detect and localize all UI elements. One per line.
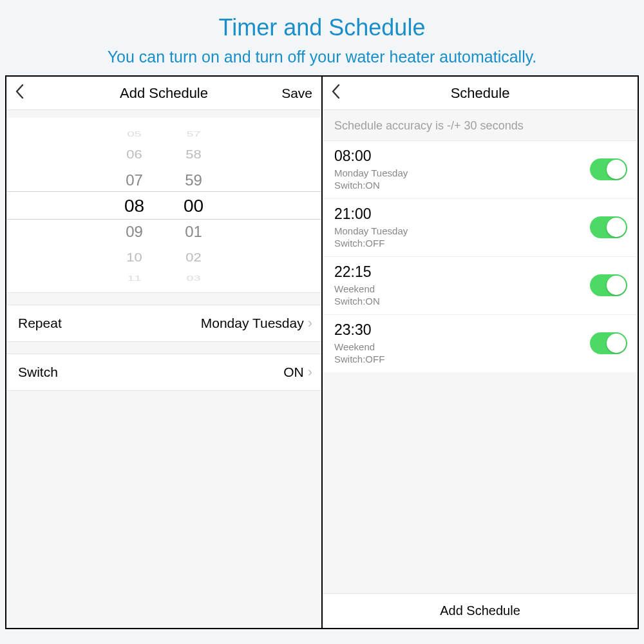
picker-minute-option: 59 <box>180 167 207 193</box>
picker-hours[interactable]: 05 06 07 08 09 10 11 <box>121 118 148 292</box>
schedule-toggle[interactable] <box>590 274 627 296</box>
picker-hour-option: 09 <box>121 219 148 245</box>
promo-subtitle: You can turn on and turn off your water … <box>0 48 644 66</box>
toggle-knob <box>607 160 626 179</box>
schedule-toggle[interactable] <box>590 332 627 354</box>
picker-minute-option: 57 <box>180 129 207 138</box>
schedule-switch-state: Switch:OFF <box>334 354 384 365</box>
repeat-label: Repeat <box>18 316 62 331</box>
repeat-value: Monday Tuesday <box>201 316 304 331</box>
picker-hour-option: 05 <box>121 129 148 138</box>
switch-value: ON <box>283 365 304 380</box>
schedule-time: 21:00 <box>334 205 408 223</box>
picker-hour-option: 07 <box>121 167 148 193</box>
phone-add-schedule: Add Schedule Save 05 06 07 08 09 10 11 5… <box>5 75 322 629</box>
picker-minute-option: 02 <box>180 247 207 269</box>
time-picker[interactable]: 05 06 07 08 09 10 11 57 58 59 00 01 02 0… <box>6 118 321 293</box>
picker-minutes[interactable]: 57 58 59 00 01 02 03 <box>180 118 207 292</box>
schedule-info: 22:15WeekendSwitch:ON <box>334 263 380 307</box>
promo-header: Timer and Schedule You can turn on and t… <box>0 0 644 75</box>
picker-minute-option: 03 <box>180 274 207 282</box>
toggle-knob <box>607 218 626 237</box>
schedule-toggle[interactable] <box>590 158 627 180</box>
chevron-right-icon: › <box>308 364 312 381</box>
picker-hour-option: 10 <box>121 247 148 269</box>
schedule-info: 08:00Monday TuesdaySwitch:ON <box>334 147 408 191</box>
accuracy-notice: Schedule accuracy is -/+ 30 seconds <box>323 110 638 140</box>
chevron-left-icon <box>15 84 24 99</box>
schedule-switch-state: Switch:OFF <box>334 238 408 249</box>
schedule-days: Monday Tuesday <box>334 225 408 236</box>
schedule-list: 08:00Monday TuesdaySwitch:ON21:00Monday … <box>323 140 638 372</box>
back-button[interactable] <box>15 84 35 102</box>
picker-minute-selected: 00 <box>180 193 207 219</box>
switch-label: Switch <box>18 365 58 380</box>
nav-title: Schedule <box>323 85 638 102</box>
schedule-info: 23:30WeekendSwitch:OFF <box>334 321 384 365</box>
schedule-time: 08:00 <box>334 147 408 165</box>
schedule-row[interactable]: 21:00Monday TuesdaySwitch:OFF <box>323 199 638 257</box>
schedule-days: Weekend <box>334 341 384 352</box>
picker-hour-selected: 08 <box>121 193 148 219</box>
back-button[interactable] <box>332 84 351 102</box>
schedule-switch-state: Switch:ON <box>334 296 380 307</box>
picker-columns: 05 06 07 08 09 10 11 57 58 59 00 01 02 0… <box>121 118 207 292</box>
toggle-knob <box>607 334 626 353</box>
phones-row: Add Schedule Save 05 06 07 08 09 10 11 5… <box>5 75 639 629</box>
picker-minute-option: 58 <box>180 144 207 166</box>
navbar: Schedule <box>323 77 638 110</box>
schedule-days: Monday Tuesday <box>334 167 408 178</box>
picker-hour-option: 11 <box>121 274 148 282</box>
schedule-row[interactable]: 22:15WeekendSwitch:ON <box>323 257 638 315</box>
schedule-time: 22:15 <box>334 263 380 281</box>
chevron-right-icon: › <box>308 315 312 332</box>
add-schedule-button[interactable]: Add Schedule <box>323 593 638 628</box>
schedule-row[interactable]: 23:30WeekendSwitch:OFF <box>323 315 638 372</box>
schedule-row[interactable]: 08:00Monday TuesdaySwitch:ON <box>323 141 638 199</box>
save-button[interactable]: Save <box>281 86 312 101</box>
schedule-time: 23:30 <box>334 321 384 339</box>
picker-hour-option: 06 <box>121 144 148 166</box>
repeat-cell[interactable]: Repeat Monday Tuesday › <box>6 305 321 342</box>
navbar: Add Schedule Save <box>6 77 321 110</box>
schedule-toggle[interactable] <box>590 216 627 238</box>
schedule-days: Weekend <box>334 283 380 294</box>
switch-cell[interactable]: Switch ON › <box>6 354 321 391</box>
nav-title: Add Schedule <box>6 85 321 102</box>
toggle-knob <box>607 276 626 295</box>
schedule-switch-state: Switch:ON <box>334 180 408 191</box>
schedule-info: 21:00Monday TuesdaySwitch:OFF <box>334 205 408 249</box>
picker-minute-option: 01 <box>180 219 207 245</box>
promo-title: Timer and Schedule <box>0 14 644 41</box>
phone-schedule-list: Schedule Schedule accuracy is -/+ 30 sec… <box>322 75 639 629</box>
chevron-left-icon <box>332 84 340 99</box>
